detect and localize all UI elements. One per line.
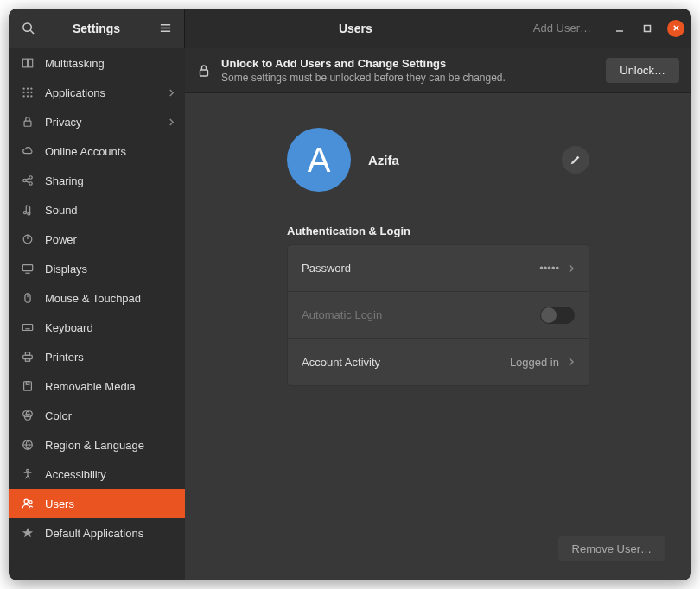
accessibility-icon [19, 468, 36, 480]
maximize-button[interactable] [640, 21, 655, 36]
headerbar-sidebar: Settings [9, 9, 185, 48]
sharing-icon [19, 174, 36, 187]
svg-rect-42 [24, 382, 32, 391]
unlock-button[interactable]: Unlock… [606, 58, 679, 83]
sound-icon [19, 204, 36, 216]
sidebar-item-default-apps[interactable]: Default Applications [9, 518, 185, 548]
printers-icon [19, 351, 36, 363]
edit-user-button[interactable] [562, 146, 589, 174]
search-button[interactable] [13, 14, 42, 43]
svg-rect-9 [22, 59, 27, 67]
sidebar-item-multitasking[interactable]: Multitasking [9, 48, 185, 78]
sidebar-item-printers[interactable]: Printers [9, 342, 185, 371]
sidebar-item-color[interactable]: Color [9, 401, 185, 430]
chevron-right-icon [568, 263, 575, 274]
infobar-title: Unlock to Add Users and Change Settings [221, 57, 595, 70]
auth-section-title: Authentication & Login [287, 225, 589, 238]
close-icon [672, 24, 680, 32]
sidebar-item-label: Region & Language [45, 439, 144, 452]
svg-point-26 [23, 211, 26, 213]
sidebar-item-power[interactable]: Power [9, 225, 185, 254]
activity-label: Account Activity [302, 356, 510, 369]
password-row[interactable]: Password ••••• [288, 245, 589, 292]
svg-point-14 [22, 92, 24, 93]
add-user-button[interactable]: Add User… [519, 16, 605, 41]
sidebar-item-label: Power [45, 233, 77, 246]
close-button[interactable] [667, 20, 684, 37]
sidebar-item-privacy[interactable]: Privacy [9, 107, 185, 136]
svg-point-12 [27, 87, 29, 89]
sidebar-item-users[interactable]: Users [9, 489, 185, 518]
sidebar-item-label: Mouse & Touchpad [45, 292, 141, 305]
unlock-infobar: Unlock to Add Users and Change Settings … [185, 48, 691, 93]
color-icon [19, 409, 36, 421]
sidebar-title: Settings [47, 22, 146, 35]
minimize-icon [615, 24, 624, 33]
search-icon [22, 22, 35, 35]
auto-login-switch[interactable] [540, 307, 575, 324]
chevron-right-icon [169, 88, 175, 98]
headerbar: Settings Users Add User… [9, 9, 691, 48]
user-name: Azifa [368, 153, 399, 168]
applications-icon [19, 86, 36, 98]
sidebar-item-label: Users [45, 497, 74, 510]
sidebar-item-online-accounts[interactable]: Online Accounts [9, 136, 185, 166]
chevron-right-icon [568, 357, 575, 367]
online-accounts-icon [19, 145, 36, 157]
sidebar-item-label: Displays [45, 263, 87, 276]
sidebar-item-displays[interactable]: Displays [9, 254, 185, 283]
infobar-text: Unlock to Add Users and Change Settings … [221, 57, 595, 84]
svg-point-17 [22, 95, 24, 97]
sidebar-item-keyboard[interactable]: Keyboard [9, 313, 185, 342]
svg-point-16 [30, 92, 32, 93]
svg-point-23 [29, 182, 33, 186]
svg-point-49 [24, 499, 28, 503]
sidebar-item-label: Sound [45, 204, 78, 217]
svg-point-18 [27, 95, 29, 97]
sidebar-item-label: Applications [45, 86, 105, 99]
page-title: Users [301, 22, 410, 35]
sidebar-item-removable-media[interactable]: Removable Media [9, 371, 185, 401]
svg-rect-40 [25, 352, 29, 356]
removable-media-icon [19, 380, 36, 392]
minimize-button[interactable] [612, 21, 627, 36]
hamburger-icon [159, 22, 172, 35]
svg-rect-51 [200, 70, 208, 76]
pencil-icon [570, 154, 582, 166]
sidebar-item-applications[interactable]: Applications [9, 78, 185, 107]
sidebar-item-region[interactable]: Region & Language [9, 430, 185, 459]
remove-user-button[interactable]: Remove User… [558, 536, 665, 561]
sidebar-item-accessibility[interactable]: Accessibility [9, 459, 185, 489]
svg-rect-20 [24, 121, 31, 126]
svg-line-24 [26, 178, 29, 180]
headerbar-content: Users Add User… [185, 9, 691, 48]
menu-button[interactable] [150, 14, 180, 43]
svg-rect-10 [28, 59, 32, 67]
password-label: Password [302, 262, 539, 275]
svg-rect-41 [25, 358, 29, 362]
sidebar-item-sound[interactable]: Sound [9, 195, 185, 225]
chevron-right-icon [169, 117, 175, 127]
svg-point-22 [29, 176, 33, 180]
svg-point-13 [30, 87, 32, 89]
svg-rect-30 [22, 265, 32, 271]
svg-rect-43 [26, 382, 29, 385]
svg-line-1 [30, 30, 34, 34]
content-area: Unlock to Add Users and Change Settings … [185, 48, 691, 580]
svg-point-27 [28, 212, 30, 215]
users-icon [19, 497, 36, 510]
avatar[interactable]: A [287, 128, 351, 192]
sidebar-item-label: Privacy [45, 116, 82, 129]
sidebar-item-mouse[interactable]: Mouse & Touchpad [9, 283, 185, 313]
multitasking-icon [19, 57, 36, 69]
mouse-icon [19, 292, 36, 304]
body: MultitaskingApplicationsPrivacyOnline Ac… [9, 48, 691, 580]
sidebar-item-label: Printers [45, 351, 84, 364]
sidebar-item-sharing[interactable]: Sharing [9, 166, 185, 195]
svg-point-48 [27, 469, 29, 472]
activity-row[interactable]: Account Activity Logged in [288, 339, 589, 385]
sidebar[interactable]: MultitaskingApplicationsPrivacyOnline Ac… [9, 48, 185, 580]
main: A Azifa Authentication & Login Password … [185, 93, 691, 580]
password-value: ••••• [539, 262, 559, 275]
infobar-subtitle: Some settings must be unlocked before th… [221, 72, 595, 84]
